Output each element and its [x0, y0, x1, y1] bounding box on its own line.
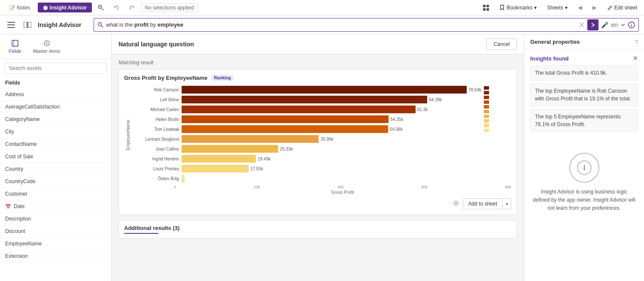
top-bar: 📝 Notes ◉ Insight Advisor No selections …	[0, 0, 644, 15]
additional-results: Additional results (3)	[118, 220, 517, 239]
field-name: Extension	[5, 253, 28, 259]
field-name: CategoryName	[5, 116, 40, 122]
field-item[interactable]: AverageCallSatisfaction	[0, 101, 111, 113]
info-icon[interactable]	[628, 21, 635, 28]
toggle-panel2-btn[interactable]	[21, 19, 33, 31]
insight-advisor-label: Insight Advisor	[49, 5, 87, 11]
clear-search-icon[interactable]	[579, 22, 585, 28]
fields-icon-item[interactable]: Fields	[5, 38, 24, 55]
field-item[interactable]: EmployeeName	[0, 238, 111, 250]
field-item[interactable]: CountryCode	[0, 175, 111, 188]
notes-tab[interactable]: 📝 Notes	[3, 3, 35, 12]
svg-point-13	[98, 22, 102, 26]
search-bar[interactable]: what is the profit by employee 🎤 en	[94, 18, 639, 32]
mic-icon[interactable]: 🎤	[601, 21, 608, 28]
field-item[interactable]: Address	[0, 88, 111, 101]
insight-advisor-tab[interactable]: ◉ Insight Advisor	[38, 3, 92, 12]
search-assets-input[interactable]	[4, 63, 107, 74]
field-name: EmployeeName	[5, 241, 42, 247]
bar-label: Leif Shine	[132, 97, 179, 102]
field-item[interactable]: CategoryName	[0, 113, 111, 126]
search-input[interactable]: what is the profit by employee	[106, 21, 576, 28]
insight-item: The top 5 EmployeeName represents 76.1% …	[530, 109, 638, 132]
field-item[interactable]: ContactName	[0, 138, 111, 151]
svg-rect-5	[483, 8, 486, 11]
master-items-icon-item[interactable]: Master items	[30, 38, 64, 55]
lang-selector[interactable]: en	[611, 21, 618, 28]
field-item[interactable]: Discount	[0, 225, 111, 238]
right-panel-header: General properties ?	[524, 34, 644, 50]
chart-header: Gross Profit by EmployeeName Ranking	[124, 75, 511, 81]
grid-view-btn[interactable]	[480, 1, 492, 14]
legend-mini	[484, 86, 489, 132]
chart-title: Gross Profit by EmployeeName	[124, 75, 207, 81]
insights-found-section: Insights found ✕ The total Gross Profit …	[524, 50, 644, 140]
edit-sheet-btn[interactable]: Edit sheet	[604, 3, 641, 12]
bar-fill	[182, 145, 278, 153]
field-item[interactable]: 📅Date	[0, 200, 111, 213]
add-sheet-dropdown[interactable]: ▾	[503, 199, 511, 208]
bar-row: Michael Carlen61.3k	[132, 105, 481, 114]
field-name: ContactName	[5, 141, 36, 147]
add-sheet-btn[interactable]: Add to sheet ▾	[463, 198, 511, 209]
toggle-panel-btn[interactable]	[5, 19, 17, 31]
field-item[interactable]: Extension	[0, 250, 111, 263]
field-name: Description	[5, 216, 31, 222]
svg-point-25	[455, 202, 457, 205]
legend-mini-bar	[484, 91, 489, 94]
left-sidebar: Fields Master items Fields AddressAverag…	[0, 34, 112, 281]
bar-fill	[182, 96, 427, 103]
add-sheet-main[interactable]: Add to sheet	[463, 199, 503, 209]
redo-btn[interactable]	[125, 1, 138, 14]
nlq-header: Natural language question Cancel	[112, 34, 524, 54]
x-axis-label: Gross Profit	[174, 190, 511, 195]
next-sheet-btn[interactable]: ▶	[589, 2, 600, 13]
center-scroll[interactable]: Matching result Gross Profit by Employee…	[112, 54, 524, 281]
bar-fill	[182, 135, 319, 143]
x-axis-tick: 0	[174, 185, 176, 189]
svg-rect-6	[486, 8, 489, 11]
x-axis-tick: 40k	[337, 185, 344, 189]
sheets-btn[interactable]: Sheets ▾	[544, 3, 571, 12]
search-highlight2: employee	[158, 21, 183, 28]
fields-label: Fields	[5, 80, 20, 86]
bar-container: 25.33k	[182, 145, 481, 153]
field-item[interactable]: Cost of Sale	[0, 151, 111, 163]
prev-sheet-btn[interactable]: ◀	[574, 2, 586, 13]
x-axis-tick: 20k	[254, 185, 260, 189]
undo-btn[interactable]	[110, 1, 123, 14]
cancel-btn[interactable]: Cancel	[486, 39, 517, 50]
bar-value: 19.49k	[258, 157, 270, 161]
legend-mini-bar	[484, 129, 489, 132]
legend-mini-bar	[484, 119, 489, 123]
bookmarks-btn[interactable]: Bookmarks ▾	[496, 3, 540, 12]
bar-row: Joan Callins25.33k	[132, 145, 481, 153]
top-bar-right: Bookmarks ▾ Sheets ▾ ◀ ▶ Edit sheet	[480, 1, 641, 14]
field-name: City	[5, 129, 14, 135]
insights-panel: Insights found ✕ The total Gross Profit …	[524, 50, 644, 281]
search-go-btn[interactable]	[587, 19, 598, 30]
bar-label: Joan Callins	[132, 147, 179, 151]
lang-chevron[interactable]	[620, 22, 626, 27]
field-item[interactable]: Description	[0, 213, 111, 225]
svg-line-7	[610, 6, 611, 7]
chart-settings-btn[interactable]	[453, 200, 459, 208]
field-item[interactable]: Customer	[0, 188, 111, 200]
bar-container: 54.25k	[182, 115, 481, 124]
bar-value: 17.55k	[250, 166, 263, 171]
field-name: CountryCode	[5, 178, 36, 184]
field-item[interactable]: City	[0, 126, 111, 138]
bookmarks-chevron: ▾	[534, 5, 537, 11]
zoom-icon-btn[interactable]	[94, 1, 107, 14]
help-icon[interactable]: ?	[635, 39, 638, 45]
notes-icon: 📝	[9, 5, 15, 11]
bar-container: 64.39k	[182, 95, 481, 104]
edit-sheet-label: Edit sheet	[614, 5, 637, 11]
field-name: Country	[5, 166, 23, 172]
insights-close-btn[interactable]: ✕	[633, 55, 638, 62]
bar-row: Lennart Skoglund35.95k	[132, 135, 481, 143]
svg-rect-20	[12, 40, 18, 46]
bar-label: Michael Carlen	[132, 107, 179, 112]
field-item[interactable]: Country	[0, 163, 111, 175]
bar-fill	[182, 86, 467, 94]
